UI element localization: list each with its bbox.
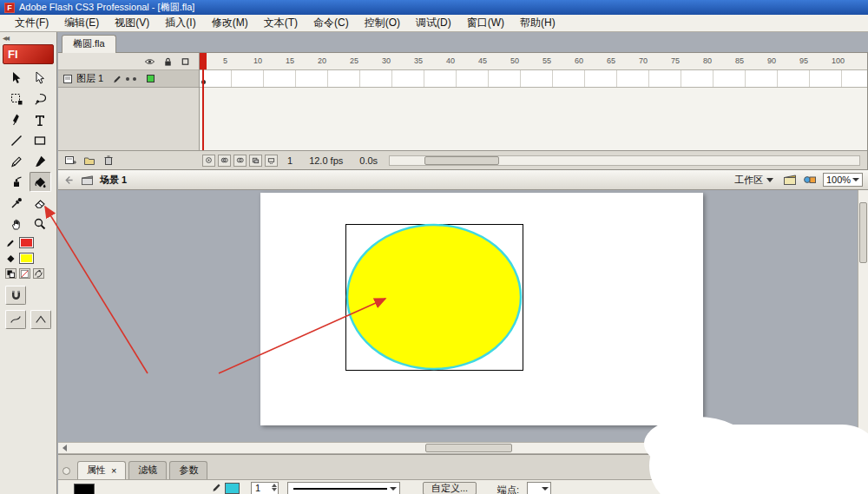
zoom-level-select[interactable]: 100%: [823, 173, 863, 187]
center-frame-icon: [205, 156, 213, 164]
back-arrow-icon[interactable]: [63, 175, 75, 186]
frame-rate-indicator[interactable]: 12.0 fps: [309, 155, 343, 166]
layer-lock-dot[interactable]: [133, 77, 136, 81]
edit-multiple-frames-button[interactable]: [249, 155, 262, 167]
line-tool[interactable]: [5, 130, 27, 150]
frame-ruler[interactable]: 5 10 15 20 25 30 35 40 45 50 55 60 65 70…: [200, 53, 867, 70]
onion-skin-button[interactable]: [218, 155, 231, 167]
delete-layer-button[interactable]: [101, 154, 116, 168]
playhead-marker[interactable]: [200, 53, 207, 69]
panel-grip-icon[interactable]: [62, 467, 70, 475]
menu-item-help[interactable]: 帮助(H): [512, 14, 563, 32]
eyedropper-tool[interactable]: [5, 193, 27, 213]
panel-collapse-icon[interactable]: ◂◂: [0, 32, 56, 43]
modify-onion-markers-button[interactable]: [265, 155, 278, 167]
elapsed-time-indicator: 0.0s: [359, 155, 378, 166]
layer-name[interactable]: 图层 1: [76, 72, 103, 85]
scene-name[interactable]: 场景 1: [100, 174, 127, 187]
menu-item-modify[interactable]: 修改(M): [204, 14, 256, 32]
window-title: Adobe Flash CS3 Professional - [椭圆.fla]: [19, 1, 194, 14]
tab-parameters[interactable]: 参数: [169, 461, 207, 479]
menu-item-file[interactable]: 文件(F): [7, 14, 56, 32]
menu-item-view[interactable]: 视图(V): [107, 14, 157, 32]
hand-icon: [10, 217, 23, 231]
stroke-color-property-swatch[interactable]: [225, 483, 240, 494]
cap-dropdown[interactable]: [527, 482, 551, 494]
snap-to-objects-button[interactable]: [5, 286, 26, 305]
edit-scene-icon[interactable]: [783, 174, 797, 186]
workspace-button[interactable]: 工作区: [731, 172, 777, 188]
paint-bucket-tool[interactable]: [30, 172, 51, 192]
tab-filters[interactable]: 滤镜: [128, 461, 167, 479]
lasso-tool[interactable]: [30, 89, 51, 109]
tab-properties[interactable]: 属性 ×: [77, 461, 126, 479]
stroke-style-dropdown[interactable]: [287, 482, 400, 494]
show-hide-layers-icon[interactable]: [144, 56, 155, 67]
stage-canvas[interactable]: [260, 193, 703, 425]
timeline-frames-pane[interactable]: 5 10 15 20 25 30 35 40 45 50 55 60 65 70…: [200, 53, 867, 150]
outline-layers-icon[interactable]: [181, 56, 190, 67]
menu-item-debug[interactable]: 调试(D): [408, 14, 459, 32]
tools-panel: ◂◂ Fl: [0, 32, 57, 494]
selection-tool[interactable]: [5, 68, 27, 88]
no-color-button[interactable]: [19, 268, 30, 279]
text-tool[interactable]: [30, 109, 51, 129]
insert-folder-button[interactable]: [82, 154, 97, 168]
onion-outlines-button[interactable]: [233, 155, 247, 167]
edit-symbols-icon[interactable]: [803, 174, 817, 186]
menu-item-edit[interactable]: 编辑(E): [56, 14, 107, 32]
close-icon[interactable]: ×: [111, 465, 116, 476]
playhead-line[interactable]: [202, 69, 204, 150]
free-transform-tool[interactable]: [5, 89, 27, 109]
stroke-color-swatch[interactable]: [19, 237, 34, 248]
layer-outline-color-chip[interactable]: [147, 75, 155, 82]
timeline-panel: 图层 1 5 10 15 20 25 30 35 40 45 50 5: [58, 52, 868, 170]
custom-stroke-button[interactable]: 自定义...: [423, 482, 477, 494]
smooth-option-button[interactable]: [5, 310, 26, 329]
zoom-tool[interactable]: [30, 214, 51, 234]
eraser-tool[interactable]: [30, 193, 51, 213]
color-option-buttons: [0, 268, 56, 282]
stage-pasteboard[interactable]: [58, 190, 858, 442]
vertical-scrollbar-thumb[interactable]: [859, 202, 867, 263]
vertical-scrollbar[interactable]: [858, 190, 868, 442]
scroll-left-button[interactable]: [59, 444, 69, 452]
brush-tool[interactable]: [30, 151, 51, 171]
straighten-icon: [35, 313, 47, 326]
stroke-color-row: [5, 237, 51, 248]
pencil-tool[interactable]: [5, 151, 27, 171]
layer-frames-row[interactable]: [200, 70, 867, 88]
subselection-tool[interactable]: [30, 68, 51, 88]
menu-item-insert[interactable]: 插入(I): [157, 14, 203, 32]
layer-visible-dot[interactable]: [126, 77, 129, 81]
ellipse-shape[interactable]: [347, 225, 521, 369]
swap-colors-button[interactable]: [33, 268, 44, 279]
lock-layers-icon[interactable]: [163, 56, 173, 67]
fill-color-row: [5, 253, 51, 264]
menu-item-text[interactable]: 文本(T): [256, 14, 306, 32]
center-frame-button[interactable]: [202, 155, 215, 167]
stepper-arrows[interactable]: [272, 484, 277, 491]
straighten-option-button[interactable]: [30, 310, 51, 329]
timeline-scrollbar-thumb[interactable]: [424, 156, 499, 165]
ink-bottle-tool[interactable]: [5, 172, 27, 192]
rectangle-tool[interactable]: [30, 130, 51, 150]
menu-item-window[interactable]: 窗口(W): [459, 14, 512, 32]
horizontal-scrollbar-thumb[interactable]: [425, 444, 512, 452]
tab-properties-label: 属性: [87, 464, 106, 477]
smooth-curve-icon: [10, 313, 22, 326]
timeline-scrollbar[interactable]: [389, 155, 860, 166]
stroke-height-input[interactable]: 1: [251, 482, 279, 494]
layer-row[interactable]: 图层 1: [58, 70, 199, 88]
document-tab[interactable]: 椭圆.fla: [62, 35, 116, 53]
pen-tool[interactable]: [5, 109, 27, 129]
menu-item-control[interactable]: 控制(O): [357, 14, 408, 32]
insert-layer-button[interactable]: [62, 154, 78, 168]
fill-color-swatch[interactable]: [19, 253, 34, 264]
hand-tool[interactable]: [5, 214, 27, 234]
insert-layer-icon: [64, 155, 76, 166]
default-colors-button[interactable]: [5, 268, 16, 279]
menu-item-commands[interactable]: 命令(C): [306, 14, 357, 32]
custom-stroke-label: 自定义...: [431, 482, 468, 494]
magnifier-icon: [33, 217, 47, 231]
